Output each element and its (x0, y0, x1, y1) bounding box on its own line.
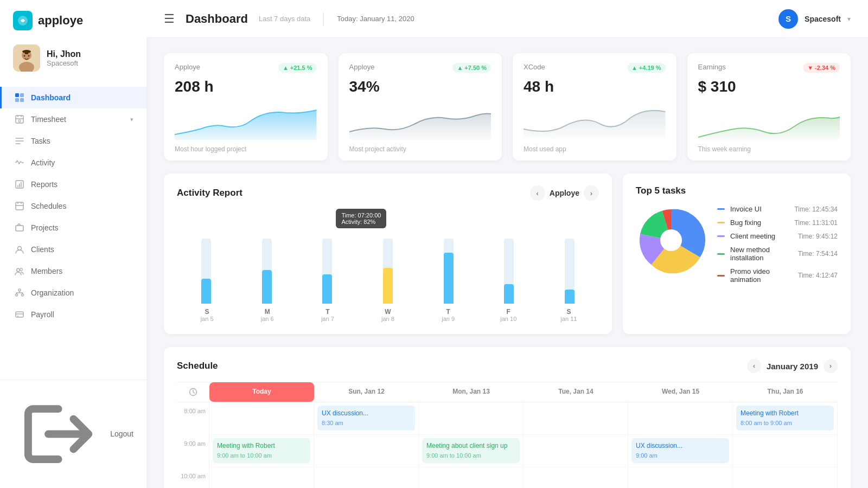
hamburger-icon[interactable]: ☰ (164, 12, 175, 26)
svg-point-23 (22, 294, 24, 296)
sidebar-item-tasks[interactable]: Tasks (0, 130, 146, 152)
task-dot-3 (717, 253, 725, 255)
main-content: ☰ Dashboard Last 7 days data Today: Janu… (146, 0, 868, 488)
bar-group-1 (238, 239, 296, 304)
task-item-4: Promo video animation Time: 4:12:47 (717, 267, 838, 284)
topbar-divider (323, 12, 324, 25)
topbar-dropdown-arrow[interactable]: ▾ (847, 15, 851, 23)
page-subtitle: Last 7 days data (259, 15, 310, 23)
stat-value-2: 48 h (524, 78, 666, 95)
sidebar-item-clients[interactable]: Clients (0, 239, 146, 260)
svg-point-22 (16, 294, 18, 296)
task-dot-2 (717, 235, 725, 237)
sched-cell-wed-10am (628, 467, 733, 488)
sched-cell-sun-9am (314, 435, 419, 467)
bar-chart (177, 233, 599, 304)
stat-badge-2: ▲ +4.19 % (627, 63, 666, 73)
task-name-1: Bug fixing (730, 219, 789, 227)
event-title: Meeting with Robert (217, 441, 306, 451)
event-title: UX discussion... (322, 409, 411, 418)
sched-cell-thu-9am (733, 435, 838, 467)
bar-wrapper-6 (540, 239, 599, 304)
bar-group-2 (298, 239, 356, 304)
bar-label-4: T jan 9 (418, 308, 478, 322)
schedule-title: Schedule (177, 361, 218, 371)
task-name-3: New method installation (730, 246, 793, 262)
sidebar-item-schedules[interactable]: Schedules (0, 195, 146, 217)
nav-label-tasks: Tasks (31, 137, 50, 145)
sidebar-item-timesheet[interactable]: Timesheet ▾ (0, 108, 146, 130)
stat-value-0: 208 h (175, 78, 317, 95)
sched-col-sun: Sun, Jan 12 (314, 382, 419, 402)
topbar-username: Spacesoft (805, 15, 841, 23)
svg-point-25 (17, 316, 18, 317)
logout-button[interactable]: Logout (13, 389, 133, 479)
bar-wrapper-4 (419, 239, 478, 304)
top5-title: Top 5 tasks (636, 185, 686, 196)
event-ux-discussion-sun: UX discussion... 8:30 am (317, 406, 415, 431)
event-meeting-robert-thu: Meeting with Robert 8:00 am to 9:00 am (736, 406, 834, 431)
svg-point-14 (18, 120, 21, 122)
sidebar-item-members[interactable]: Members (0, 260, 146, 282)
nav-label-timesheet: Timesheet (31, 115, 66, 124)
sidebar-item-dashboard[interactable]: Dashboard (0, 87, 146, 108)
user-info: Hi, Jhon Spacesoft (47, 49, 81, 67)
user-company: Spacesoft (47, 59, 81, 67)
svg-point-20 (20, 268, 23, 271)
sched-cell-thu-8am: Meeting with Robert 8:00 am to 9:00 am (733, 402, 838, 435)
sched-cell-today-8am (209, 402, 314, 435)
middle-row: Activity Report ‹ Apploye › Time: 07:20:… (164, 174, 851, 334)
svg-point-8 (22, 50, 31, 53)
nav-label-activity: Activity (31, 158, 55, 167)
topbar-avatar: S (778, 9, 798, 29)
bar-label-6: S jan 11 (539, 308, 599, 322)
top5-tasks-card: Top 5 tasks (623, 174, 851, 334)
schedule-card: Schedule ‹ January 2019 › Today Sun, Jan… (164, 347, 851, 488)
sidebar-item-projects[interactable]: Projects (0, 217, 146, 239)
sidebar-item-payroll[interactable]: Payroll (0, 304, 146, 325)
bar-group-5 (480, 239, 539, 304)
sched-cell-today-10am (209, 467, 314, 488)
logo-icon (13, 11, 33, 30)
avatar (13, 44, 40, 72)
month-next-btn[interactable]: › (824, 359, 838, 373)
sched-col-thu: Thu, Jan 16 (733, 382, 838, 402)
sched-cell-wed-8am (628, 402, 733, 435)
sched-col-tue: Tue, Jan 14 (524, 382, 628, 402)
task-name-2: Client meeting (730, 232, 793, 240)
tasks-content: Invoice UI Time: 12:45:34 Bug fixing Tim… (636, 205, 838, 284)
sched-cell-mon-8am (419, 402, 524, 435)
stat-card-earnings: Earnings ▼ -2.34 % $ 310 (687, 53, 851, 160)
bar-fill-3 (383, 268, 393, 304)
bar-label-1: M jan 6 (237, 308, 297, 322)
stat-card-xcode: XCode ▲ +4.19 % 48 h (513, 53, 676, 160)
svg-point-6 (28, 55, 30, 57)
activity-prev-btn[interactable]: ‹ (530, 185, 545, 201)
sched-cell-today-9am: Meeting with Robert 9:00 am to 10:00 am (209, 435, 314, 467)
sched-cell-sun-8am: UX discussion... 8:30 am (314, 402, 419, 435)
sidebar: apploye Hi, Jhon Spacesoft Dashboard (0, 0, 146, 488)
task-time-4: Time: 4:12:47 (798, 272, 838, 279)
bar-label-2: T jan 7 (297, 308, 358, 322)
page-title: Dashboard (186, 12, 248, 26)
sidebar-item-organization[interactable]: Organization (0, 282, 146, 304)
activity-project-label: Apploye (550, 189, 579, 197)
month-nav: ‹ January 2019 › (747, 359, 838, 373)
stat-badge-1: ▲ +7.50 % (452, 63, 491, 73)
activity-next-btn[interactable]: › (584, 185, 599, 201)
tooltip-time: Time: 07:20:00 (341, 212, 381, 219)
stat-card-apploye-activity: Apploye ▲ +7.50 % 34% (339, 53, 502, 160)
nav-label-payroll: Payroll (31, 310, 54, 319)
task-dot-0 (717, 208, 725, 210)
sidebar-item-reports[interactable]: Reports (0, 174, 146, 195)
month-prev-btn[interactable]: ‹ (747, 359, 761, 373)
bar-group-6 (540, 239, 599, 304)
sidebar-item-activity[interactable]: Activity (0, 152, 146, 174)
nav-label-schedules: Schedules (31, 202, 66, 210)
sched-cell-mon-9am: Meeting about client sign up 9:00 am to … (419, 435, 524, 467)
sched-cell-tue-9am (524, 435, 628, 467)
svg-rect-11 (15, 98, 19, 102)
user-greeting: Hi, Jhon (47, 49, 81, 59)
nav-label-projects: Projects (31, 223, 59, 232)
stat-title-2: XCode (524, 63, 545, 71)
